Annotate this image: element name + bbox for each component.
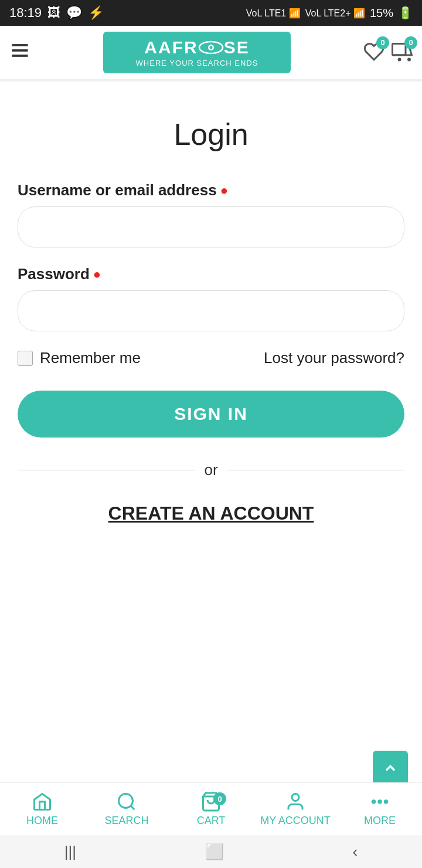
whatsapp-icon: 💬 bbox=[66, 5, 82, 21]
username-field-group: Username or email address ● bbox=[18, 181, 404, 247]
logo-tagline: WHERE YOUR SEARCH ENDS bbox=[136, 59, 258, 67]
or-divider: or bbox=[18, 461, 404, 479]
or-text: or bbox=[204, 461, 217, 479]
nav-search-label: SEARCH bbox=[104, 815, 148, 827]
android-back-button[interactable]: ‹ bbox=[352, 843, 358, 861]
nav-home-label: HOME bbox=[26, 815, 58, 827]
username-label: Username or email address ● bbox=[18, 181, 404, 199]
or-line-left bbox=[18, 470, 195, 471]
main-content: Login Username or email address ● Passwo… bbox=[0, 82, 422, 571]
nav-more-label: MORE bbox=[364, 815, 396, 827]
logo-eye-icon bbox=[198, 40, 224, 55]
username-required-mark: ● bbox=[220, 183, 228, 198]
create-account-link[interactable]: CREATE AN ACCOUNT bbox=[108, 503, 314, 524]
cart-header-button[interactable]: 0 bbox=[392, 41, 413, 65]
svg-point-8 bbox=[409, 59, 410, 60]
logo[interactable]: AAFR SE WHERE YOUR SEARCH ENDS bbox=[103, 32, 291, 73]
form-options-row: Remember me Lost your password? bbox=[18, 349, 404, 367]
nav-search[interactable]: SEARCH bbox=[84, 791, 169, 827]
battery-icon: 🔋 bbox=[398, 6, 413, 20]
android-home-button[interactable]: ⬜ bbox=[205, 843, 224, 861]
battery-level: 15% bbox=[370, 6, 393, 20]
remember-me-checkbox[interactable] bbox=[18, 351, 33, 366]
nav-home[interactable]: HOME bbox=[0, 791, 84, 827]
status-bar-left: 18:19 🖼 💬 ⚡ bbox=[9, 5, 104, 21]
logo-text-part1: AAFR bbox=[144, 38, 198, 57]
status-time: 18:19 bbox=[9, 5, 42, 21]
wishlist-badge: 0 bbox=[376, 36, 389, 49]
svg-line-10 bbox=[131, 806, 135, 810]
create-account-section: CREATE AN ACCOUNT bbox=[18, 503, 404, 524]
nav-cart-label: CART bbox=[197, 815, 226, 827]
nav-cart-badge: 0 bbox=[213, 792, 226, 805]
remember-me-label: Remember me bbox=[40, 349, 141, 367]
header: AAFR SE WHERE YOUR SEARCH ENDS 0 0 bbox=[0, 26, 422, 80]
password-required-mark: ● bbox=[93, 267, 101, 282]
svg-rect-6 bbox=[393, 43, 406, 55]
svg-point-14 bbox=[379, 801, 382, 803]
usb-icon: ⚡ bbox=[88, 5, 104, 21]
username-input[interactable] bbox=[18, 206, 404, 247]
header-icons: 0 0 bbox=[363, 41, 413, 65]
svg-point-5 bbox=[209, 46, 212, 49]
scroll-top-button[interactable] bbox=[373, 751, 408, 786]
status-bar: 18:19 🖼 💬 ⚡ VoL LTE1 📶 VoL LTE2+ 📶 15% 🔋 bbox=[0, 0, 422, 26]
password-field-group: Password ● bbox=[18, 265, 404, 331]
lost-password-link[interactable]: Lost your password? bbox=[264, 349, 404, 367]
password-input[interactable] bbox=[18, 290, 404, 331]
sign-in-button[interactable]: SIGN IN bbox=[18, 391, 404, 438]
svg-point-12 bbox=[292, 794, 299, 801]
or-line-right bbox=[227, 470, 404, 471]
svg-point-15 bbox=[384, 801, 387, 803]
svg-point-9 bbox=[119, 794, 133, 808]
signal-left: VoL LTE1 📶 bbox=[246, 8, 301, 19]
wishlist-button[interactable]: 0 bbox=[363, 41, 384, 65]
menu-button[interactable] bbox=[9, 40, 30, 65]
status-bar-right: VoL LTE1 📶 VoL LTE2+ 📶 15% 🔋 bbox=[246, 6, 413, 20]
page-title: Login bbox=[18, 117, 404, 152]
remember-me-group: Remember me bbox=[18, 349, 141, 367]
nav-account-label: MY ACCOUNT bbox=[260, 815, 331, 827]
bottom-nav: HOME SEARCH 0 CART MY ACCOUNT MORE bbox=[0, 782, 422, 835]
logo-text-part2: SE bbox=[224, 38, 250, 57]
image-icon: 🖼 bbox=[47, 5, 60, 21]
cart-header-badge: 0 bbox=[404, 36, 417, 49]
android-nav-bar: ||| ⬜ ‹ bbox=[0, 835, 422, 868]
android-menu-button[interactable]: ||| bbox=[64, 843, 76, 861]
password-label: Password ● bbox=[18, 265, 404, 283]
nav-cart[interactable]: 0 CART bbox=[169, 791, 253, 827]
signal-right: VoL LTE2+ 📶 bbox=[305, 8, 365, 19]
svg-point-7 bbox=[399, 59, 400, 60]
nav-more[interactable]: MORE bbox=[338, 791, 422, 827]
nav-account[interactable]: MY ACCOUNT bbox=[253, 791, 338, 827]
svg-point-13 bbox=[372, 801, 375, 803]
